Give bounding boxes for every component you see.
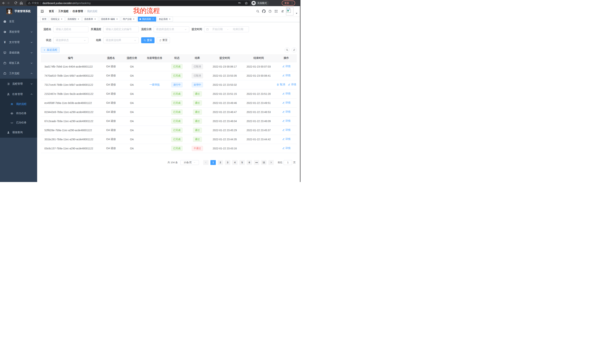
browser-reload-button[interactable] xyxy=(13,0,19,6)
page-button-1[interactable]: 1 xyxy=(210,160,216,165)
tag-process-model[interactable]: 流程模型× xyxy=(66,17,81,21)
sidebar-item-infrastructure[interactable]: 基础设施 xyxy=(0,48,37,58)
sidebar-item-payment[interactable]: ¥ 支付管理 xyxy=(0,37,37,48)
page-button-11[interactable]: 11 xyxy=(261,160,267,165)
help-question-icon[interactable] xyxy=(267,6,273,16)
search-button[interactable]: 搜索 xyxy=(141,37,155,43)
prev-page-button[interactable] xyxy=(203,160,209,165)
cell-submit-time: 2022-01-22 23:46:04 xyxy=(208,116,241,126)
cell-current-task xyxy=(142,107,167,116)
bookmark-star-icon[interactable] xyxy=(245,1,248,5)
detail-action-button[interactable]: 详情 xyxy=(282,101,291,105)
detail-action-button[interactable]: 详情 xyxy=(282,147,291,150)
tag-my-process[interactable]: 我的流程× xyxy=(138,17,156,21)
detail-action-button[interactable]: 详情 xyxy=(288,83,296,86)
detail-action-button[interactable]: 详情 xyxy=(282,137,291,141)
end-date-placeholder[interactable]: 结束日期 xyxy=(229,28,247,31)
detail-action-button[interactable]: 详情 xyxy=(282,119,291,123)
current-task-link[interactable]: 一级审批 xyxy=(150,83,160,86)
page-ellipsis[interactable]: ••• xyxy=(254,160,259,165)
process-category-select[interactable]: 请选择流程分类 xyxy=(154,26,189,32)
detail-action-button[interactable]: 详情 xyxy=(282,65,291,68)
page-button-3[interactable]: 3 xyxy=(225,160,230,165)
goto-page-input[interactable]: 1 xyxy=(284,160,292,165)
tag-process-definition[interactable]: 流程定义× xyxy=(49,17,65,21)
sidebar-logo[interactable]: 芋道管理系统 xyxy=(0,6,37,16)
browser-home-button[interactable] xyxy=(18,0,24,6)
pen-icon xyxy=(282,65,285,68)
sidebar-item-system[interactable]: 系统管理 xyxy=(0,27,37,37)
avatar-caret-down-icon[interactable] xyxy=(295,12,298,15)
table-row: 3ad174fb-7b9d-11ec-8404-acde48001122 OA … xyxy=(41,62,297,71)
start-date-placeholder[interactable]: 开始日期 xyxy=(209,28,226,31)
close-icon[interactable]: × xyxy=(151,18,155,21)
cell-current-task xyxy=(142,116,167,126)
status-badge: 进行中 xyxy=(171,82,182,87)
page-button-5[interactable]: 5 xyxy=(239,160,245,165)
top-navbar: 首页 / 工作流程 / 任务管理 / 我的流程 我的流程 xyxy=(37,6,300,16)
header-search-icon[interactable] xyxy=(255,6,261,16)
create-process-button[interactable]: 发起流程 xyxy=(41,47,60,53)
tag-start-process[interactable]: 发起流程× xyxy=(157,17,173,21)
password-key-icon[interactable] xyxy=(238,1,241,5)
browser-update-button[interactable]: 更新 xyxy=(282,0,295,6)
github-icon[interactable] xyxy=(261,6,267,16)
close-icon[interactable]: × xyxy=(132,18,135,21)
chevron-down-icon xyxy=(134,39,136,42)
status-badge: 已完成 xyxy=(171,73,182,78)
address-bar[interactable]: 不安全 dashboard.yudao.iocoder.cn/bpm/task/… xyxy=(26,0,250,6)
cell-name: OA 请假 xyxy=(100,89,122,98)
breadcrumb-home[interactable]: 首页 xyxy=(49,10,54,13)
cancel-action-button[interactable]: 取消 xyxy=(277,83,285,86)
sidebar-item-task-management[interactable]: 任务管理 xyxy=(0,89,37,99)
tag-process-form[interactable]: 流程表单× xyxy=(82,17,98,21)
tag-user-group[interactable]: 用户分组× xyxy=(121,17,137,21)
detail-action-button[interactable]: 详情 xyxy=(282,74,291,77)
sidebar-item-todo-tasks[interactable]: 待办任务 xyxy=(0,109,37,118)
broken-image-icon xyxy=(287,8,291,13)
security-label: 不安全 xyxy=(32,1,39,5)
refresh-table-button[interactable] xyxy=(291,47,297,52)
result-badge: 通过 xyxy=(193,100,202,105)
user-avatar[interactable] xyxy=(286,7,293,15)
result-select[interactable]: 请选择流结果 xyxy=(103,37,139,43)
sidebar-item-process-management[interactable]: 流程管理 xyxy=(0,79,37,89)
sidebar-item-devtools[interactable]: 研发工具 xyxy=(0,58,37,68)
close-icon[interactable]: × xyxy=(116,18,119,21)
breadcrumb-task-management[interactable]: 任务管理 xyxy=(73,10,83,13)
status-select[interactable]: 请选择状态 xyxy=(53,37,88,43)
detail-action-button[interactable]: 详情 xyxy=(282,92,291,95)
submit-time-range-picker[interactable]: 开始日期 - 结束日期 xyxy=(204,26,249,32)
cell-category: OA xyxy=(122,98,142,107)
close-icon[interactable]: × xyxy=(168,18,171,21)
close-icon[interactable]: × xyxy=(94,18,97,21)
tag-home[interactable]: 首页 xyxy=(40,17,48,21)
sidebar-collapse-button[interactable] xyxy=(40,9,45,14)
close-icon[interactable]: × xyxy=(77,18,80,21)
process-definition-input[interactable]: 请输入流程定义的编号 xyxy=(103,26,139,32)
detail-action-button[interactable]: 详情 xyxy=(282,128,291,132)
detail-action-button[interactable]: 详情 xyxy=(282,110,291,114)
toggle-search-button[interactable] xyxy=(285,47,290,52)
next-page-button[interactable] xyxy=(268,160,274,165)
fullscreen-icon[interactable] xyxy=(273,6,279,16)
sidebar-item-leave-query[interactable]: 请假查询 xyxy=(0,127,37,138)
page-button-4[interactable]: 4 xyxy=(232,160,238,165)
sidebar-item-done-tasks[interactable]: 已办任务 xyxy=(0,118,37,127)
page-button-2[interactable]: 2 xyxy=(218,160,223,165)
cell-id: 7317cec6-7b9b-11ec-b5b7-acde48001122 xyxy=(41,80,100,89)
tag-process-form-edit[interactable]: 流程表单-编辑× xyxy=(99,17,120,21)
sidebar-item-workflow[interactable]: 工作流程 xyxy=(0,68,37,79)
breadcrumb-workflow[interactable]: 工作流程 xyxy=(58,10,69,13)
browser-menu-dots-icon[interactable] xyxy=(290,1,294,5)
close-icon[interactable]: × xyxy=(60,18,63,21)
page-button-6[interactable]: 6 xyxy=(247,160,252,165)
reset-button[interactable]: 重置 xyxy=(157,37,170,43)
sidebar-item-my-process[interactable]: 我的流程 xyxy=(0,99,37,109)
browser-forward-button[interactable] xyxy=(5,0,11,6)
process-name-input[interactable]: 请输入流程名 xyxy=(53,26,88,32)
font-size-icon[interactable] xyxy=(279,6,285,16)
page-size-select[interactable]: 10条/页 xyxy=(180,160,199,165)
sidebar-item-home[interactable]: 首页 xyxy=(0,16,37,27)
cell-actions: 详情 xyxy=(276,98,297,107)
